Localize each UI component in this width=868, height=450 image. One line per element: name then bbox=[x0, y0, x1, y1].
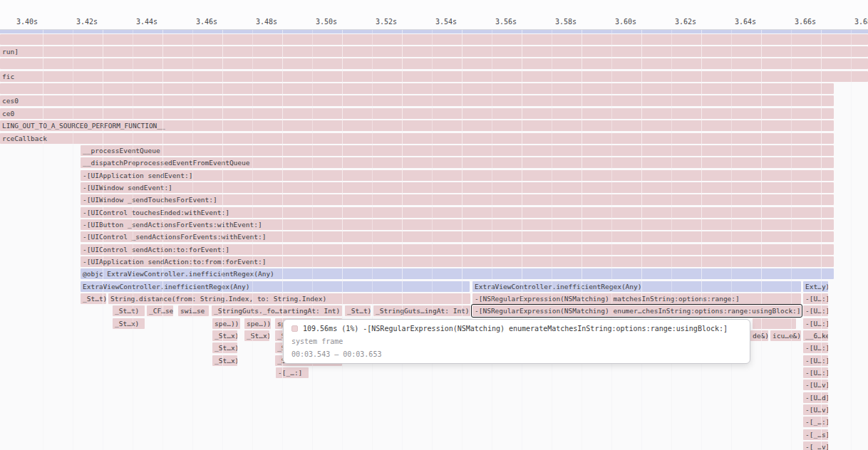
axis-tick-label: 3.66s bbox=[766, 18, 816, 26]
frame-bar[interactable]: -[UIWindow sendEvent:] bbox=[81, 182, 834, 193]
frame-bar[interactable]: ExtraViewController.inefficientRegex(Any… bbox=[81, 281, 470, 292]
gridline-highlight bbox=[133, 30, 133, 450]
axis-tick-label: 3.42s bbox=[48, 18, 98, 26]
frame-bar-root[interactable] bbox=[0, 30, 868, 33]
gridline-highlight bbox=[372, 30, 373, 450]
frame-bar[interactable]: rceCallback bbox=[0, 133, 834, 144]
gridline-highlight bbox=[402, 30, 403, 450]
frame-bar[interactable]: LING_OUT_TO_A_SOURCE0_PERFORM_FUNCTION__ bbox=[0, 120, 834, 131]
axis-tick-label: 3.68s bbox=[826, 18, 868, 26]
frame-bar[interactable]: fic bbox=[0, 71, 868, 82]
frame-bar-selected[interactable]: -[NSRegularExpression(NSMatching) enumer… bbox=[472, 305, 801, 316]
frame-bar[interactable]: -[U…:] bbox=[803, 342, 828, 353]
gridline-highlight bbox=[103, 30, 103, 450]
frame-bar[interactable]: -[UIApplication sendEvent:] bbox=[81, 170, 834, 181]
axis-tick-label: 3.56s bbox=[467, 18, 517, 26]
axis-tick-label: 3.48s bbox=[227, 18, 277, 26]
time-axis: 3.40s3.42s3.44s3.46s3.48s3.50s3.52s3.54s… bbox=[0, 0, 868, 30]
frame-bar[interactable]: ces0 bbox=[0, 95, 834, 106]
frame-bar[interactable]: -[UIControl _sendActionsForEvents:withEv… bbox=[81, 231, 834, 242]
frame-bar[interactable]: run] bbox=[0, 46, 868, 57]
frame-bar[interactable]: _St…t) bbox=[345, 305, 371, 316]
tooltip-frame-kind: system frame bbox=[291, 338, 742, 345]
frame-bar[interactable]: __6…ke bbox=[803, 330, 828, 341]
frame-bar[interactable]: -[UIControl touchesEnded:withEvent:] bbox=[81, 207, 834, 218]
tooltip-time-range: 00:03.543 — 00:03.653 bbox=[291, 350, 742, 358]
gridline-highlight bbox=[552, 30, 552, 450]
axis-tick-label: 3.44s bbox=[108, 18, 157, 26]
gridline-highlight bbox=[73, 30, 73, 450]
gridline-highlight bbox=[641, 30, 642, 450]
frame-bar[interactable]: -[U…:] bbox=[803, 355, 828, 366]
frame-bar[interactable]: -[UIControl sendAction:to:forEvent:] bbox=[81, 244, 834, 255]
axis-tick-label: 3.40s bbox=[0, 18, 38, 26]
frame-bar[interactable]: _St…x) bbox=[113, 318, 145, 329]
gridline-highlight bbox=[761, 30, 762, 450]
gridline-highlight bbox=[611, 30, 612, 450]
gridline-highlight bbox=[282, 30, 283, 450]
frame-bar[interactable] bbox=[753, 318, 796, 329]
tooltip-title-row: 109.56ms (1%) -[NSRegularExpression(NSMa… bbox=[291, 325, 742, 333]
axis-tick-label: 3.52s bbox=[347, 18, 397, 26]
frame-bar[interactable]: de&) bbox=[750, 330, 768, 341]
frame-color-swatch-icon bbox=[291, 325, 298, 332]
axis-tick-label: 3.64s bbox=[706, 18, 756, 26]
frame-bar[interactable]: -[U…d] bbox=[803, 392, 828, 403]
gridline-highlight bbox=[731, 30, 732, 450]
frame-bar[interactable]: Ext…y) bbox=[803, 281, 828, 292]
frame-bar[interactable]: _StringGuts…ingAt: Int) bbox=[373, 305, 470, 316]
frame-bar[interactable]: spe…)) bbox=[244, 318, 271, 329]
frame-bar[interactable]: -[UIApplication sendAction:to:from:forEv… bbox=[81, 256, 834, 267]
frame-bar[interactable]: swi…se bbox=[178, 305, 209, 316]
frame-bar[interactable]: -[U…v] bbox=[803, 404, 828, 415]
gridline-highlight bbox=[791, 30, 792, 450]
frame-bar[interactable]: _CF…se bbox=[147, 305, 173, 316]
gridline-highlight bbox=[582, 30, 582, 450]
frame-bar[interactable]: -[_…v] bbox=[803, 441, 828, 450]
frame-bar[interactable]: _StringGuts._fo…tartingAt: Int) bbox=[212, 305, 342, 316]
frame-bar[interactable]: @objc ExtraViewController.inefficientReg… bbox=[81, 268, 834, 279]
axis-tick-label: 3.58s bbox=[527, 18, 577, 26]
frame-bar[interactable]: -[UIWindow _sendTouchesForEvent:] bbox=[81, 194, 834, 205]
frame-bar[interactable] bbox=[0, 58, 868, 69]
gridline-highlight bbox=[342, 30, 343, 450]
frame-bar[interactable]: -[U…:] bbox=[803, 318, 828, 329]
trace-flame-chart: run]ficces0ce0LING_OUT_TO_A_SOURCE0_PERF… bbox=[0, 0, 868, 450]
gridline-highlight bbox=[492, 30, 492, 450]
gridline-highlight bbox=[462, 30, 463, 450]
frame-bar[interactable]: _St…x) bbox=[244, 330, 269, 341]
frame-bar[interactable]: _St…x) bbox=[212, 355, 237, 366]
gridline-highlight bbox=[312, 30, 313, 450]
gridline-highlight bbox=[43, 30, 43, 450]
frame-bar[interactable]: -[_…:] bbox=[276, 367, 309, 378]
axis-tick-label: 3.62s bbox=[646, 18, 696, 26]
gridline-highlight bbox=[851, 30, 852, 450]
frame-bar[interactable]: icu…e&) bbox=[770, 330, 801, 341]
gridline-highlight bbox=[432, 30, 433, 450]
frame-bar[interactable]: __processEventQueue bbox=[81, 145, 834, 156]
frame-bar[interactable]: -[U…:] bbox=[803, 367, 828, 378]
axis-tick-label: 3.54s bbox=[407, 18, 457, 26]
frame-bar[interactable]: -[U…v] bbox=[803, 380, 828, 390]
gridline-highlight bbox=[821, 30, 822, 450]
frame-bar[interactable]: _St…t) bbox=[113, 305, 145, 316]
frame-bar[interactable]: -[U…:] bbox=[803, 293, 828, 304]
frame-bar[interactable]: spe…)) bbox=[212, 318, 240, 329]
frame-bar[interactable]: -[_…s] bbox=[803, 429, 828, 440]
gridline-highlight bbox=[522, 30, 522, 450]
tooltip-duration-and-symbol: 109.56ms (1%) -[NSRegularExpression(NSMa… bbox=[303, 325, 728, 333]
frame-bar[interactable] bbox=[0, 83, 834, 94]
gridline-highlight bbox=[192, 30, 193, 450]
frame-bar[interactable]: -[U…:] bbox=[803, 305, 828, 316]
frame-tooltip: 109.56ms (1%) -[NSRegularExpression(NSMa… bbox=[283, 319, 750, 364]
frame-bar[interactable]: -[UIButton _sendActionsForEvents:withEve… bbox=[81, 219, 834, 230]
frame-bar[interactable]: __dispatchPreprocessedEventFromEventQueu… bbox=[81, 157, 834, 168]
axis-tick-label: 3.60s bbox=[587, 18, 636, 26]
frame-bar[interactable]: ce0 bbox=[0, 108, 834, 119]
frame-bar[interactable]: _St…x) bbox=[212, 342, 237, 353]
frame-bar[interactable]: _St…x) bbox=[212, 330, 237, 341]
frame-bar[interactable] bbox=[0, 34, 868, 45]
gridline-highlight bbox=[162, 30, 163, 450]
frame-bar[interactable]: -[_…:] bbox=[803, 417, 828, 427]
gridline-highlight bbox=[671, 30, 672, 450]
